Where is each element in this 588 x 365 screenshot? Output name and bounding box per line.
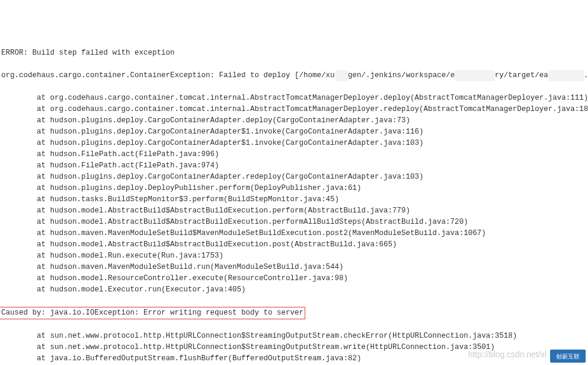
stack-frame: at hudson.model.Executor.run(Executor.ja… — [1, 284, 587, 296]
stack-frame: at hudson.model.AbstractBuild$AbstractBu… — [1, 217, 587, 228]
exception-line: org.codehaus.cargo.container.ContainerEx… — [1, 70, 587, 81]
redacted-text — [455, 70, 495, 81]
stack-frame: at sun.net.www.protocol.http.HttpURLConn… — [1, 342, 587, 353]
stack-frame: at hudson.maven.MavenModuleSetBuild$Mave… — [1, 228, 587, 239]
exception-mid2: ry/target/ea — [495, 71, 548, 80]
stack-frame: at hudson.tasks.BuildStepMonitor$3.perfo… — [1, 194, 587, 205]
stack-frame: at hudson.plugins.deploy.CargoContainerA… — [1, 115, 587, 126]
stack-frame: at hudson.plugins.deploy.DeployPublisher… — [1, 183, 587, 194]
caused-by-highlight: Caused by: java.io.IOException: Error wr… — [0, 307, 305, 319]
stack-trace-block-1: at org.codehaus.cargo.container.tomcat.i… — [1, 93, 587, 296]
exception-mid: gen/.jenkins/workspace/e — [348, 71, 455, 80]
stack-frame: at hudson.plugins.deploy.CargoContainerA… — [1, 172, 587, 183]
stack-frame: at hudson.model.Run.execute(Run.java:175… — [1, 250, 587, 262]
exception-prefix: org.codehaus.cargo.container.ContainerEx… — [1, 71, 335, 80]
stack-frame: at hudson.plugins.deploy.CargoContainerA… — [1, 138, 587, 149]
stack-frame: at sun.net.www.protocol.http.HttpURLConn… — [1, 331, 587, 342]
error-header: ERROR: Build step failed with exception — [1, 47, 587, 59]
stack-frame: at hudson.maven.MavenModuleSetBuild.run(… — [1, 262, 587, 273]
stack-frame: at hudson.model.ResourceController.execu… — [1, 273, 587, 284]
exception-suffix: .war] — [584, 71, 588, 80]
stack-frame: at org.codehaus.cargo.container.tomcat.i… — [1, 93, 587, 104]
stack-frame: at org.codehaus.cargo.container.tomcat.i… — [1, 104, 587, 115]
stack-frame: at hudson.FilePath.act(FilePath.java:974… — [1, 160, 587, 172]
stack-frame: at hudson.plugins.deploy.CargoContainerA… — [1, 126, 587, 138]
stack-frame: at java.io.BufferedOutputStream.flushBuf… — [1, 353, 587, 364]
stack-frame: at hudson.FilePath.act(FilePath.java:996… — [1, 149, 587, 160]
redacted-text — [548, 70, 584, 81]
stack-frame: at hudson.model.AbstractBuild$AbstractBu… — [1, 239, 587, 250]
stack-trace-block-2: at sun.net.www.protocol.http.HttpURLConn… — [1, 331, 587, 365]
redacted-text — [335, 70, 349, 81]
caused-by-line: Caused by: java.io.IOException: Error wr… — [1, 307, 587, 319]
stack-frame: at hudson.model.AbstractBuild$AbstractBu… — [1, 205, 587, 217]
